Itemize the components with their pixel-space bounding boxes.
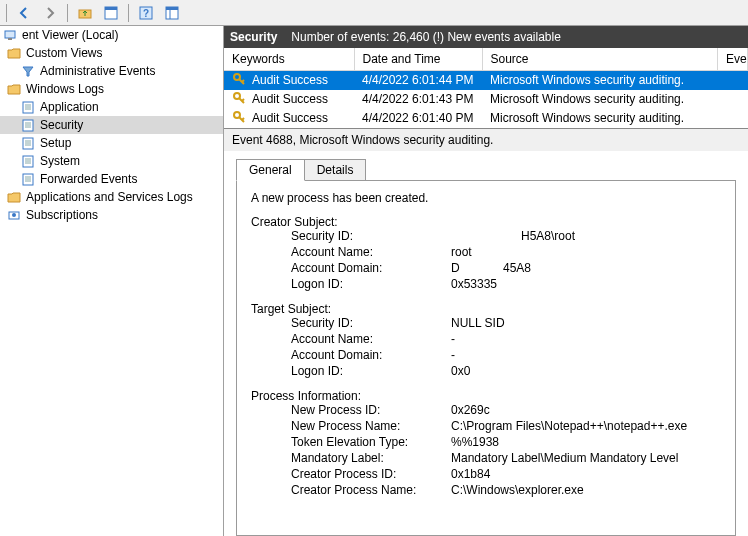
tab-details[interactable]: Details: [304, 159, 367, 181]
svg-line-37: [242, 99, 244, 101]
svg-rect-2: [105, 7, 117, 10]
log-icon: [20, 135, 36, 151]
forward-arrow-icon[interactable]: [39, 2, 61, 24]
scope-tree: ent Viewer (Local) Custom ViewsAdministr…: [0, 26, 224, 536]
row-datetime: 4/4/2022 6:01:43 PM: [354, 90, 482, 109]
target-domain-label: Account Domain:: [291, 348, 451, 363]
tree-item-administrative-events[interactable]: Administrative Events: [0, 62, 223, 80]
tree-item-label: Security: [40, 118, 83, 132]
row-eventid: [718, 90, 748, 109]
target-accountname-label: Account Name:: [291, 332, 451, 347]
col-datetime[interactable]: Date and Time: [354, 48, 482, 70]
creator-logonid-label: Logon ID:: [291, 277, 451, 292]
folder-icon: [6, 45, 22, 61]
help-icon[interactable]: ?: [135, 2, 157, 24]
event-row[interactable]: Audit Success4/4/2022 6:01:40 PMMicrosof…: [224, 109, 748, 128]
tree-item-applications-and-services-logs[interactable]: Applications and Services Logs: [0, 188, 223, 206]
target-subject-head: Target Subject:: [251, 302, 721, 316]
new-process-id-value: 0x269c: [451, 403, 721, 418]
row-source: Microsoft Windows security auditing.: [482, 70, 718, 90]
log-title: Security: [230, 30, 277, 44]
svg-rect-8: [5, 31, 15, 38]
row-datetime: 4/4/2022 6:01:40 PM: [354, 109, 482, 128]
tree-item-security[interactable]: Security: [0, 116, 223, 134]
target-logonid-value: 0x0: [451, 364, 721, 379]
col-eventid[interactable]: Eve: [718, 48, 748, 70]
svg-line-34: [242, 80, 244, 82]
row-keywords: Audit Success: [252, 91, 328, 105]
new-process-id-label: New Process ID:: [291, 403, 451, 418]
tree-item-label: Administrative Events: [40, 64, 155, 78]
creator-domain-value: D 45A8: [451, 261, 721, 276]
col-keywords[interactable]: Keywords: [224, 48, 354, 70]
process-info-head: Process Information:: [251, 389, 721, 403]
folder-icon: [6, 189, 22, 205]
svg-line-40: [242, 118, 244, 120]
row-keywords: Audit Success: [252, 72, 328, 86]
folder-up-icon[interactable]: [74, 2, 96, 24]
back-arrow-icon[interactable]: [13, 2, 35, 24]
creator-process-id-value: 0x1b84: [451, 467, 721, 482]
intro-line: A new process has been created.: [251, 191, 721, 205]
tree-item-label: Windows Logs: [26, 82, 104, 96]
svg-text:?: ?: [143, 8, 149, 19]
panes-icon[interactable]: [161, 2, 183, 24]
target-sid-label: Security ID:: [291, 316, 451, 331]
creator-subject-head: Creator Subject:: [251, 215, 721, 229]
key-icon: [232, 91, 246, 108]
tree-item-label: Applications and Services Logs: [26, 190, 193, 204]
filter-icon: [20, 63, 36, 79]
svg-point-31: [12, 213, 16, 217]
log-count-label: Number of events: 26,460 (!) New events …: [291, 30, 560, 44]
tree-item-label: Custom Views: [26, 46, 102, 60]
app-toolbar: ?: [0, 0, 748, 26]
tree-item-subscriptions[interactable]: Subscriptions: [0, 206, 223, 224]
tree-item-application[interactable]: Application: [0, 98, 223, 116]
tree-item-label: Application: [40, 100, 99, 114]
tab-general[interactable]: General: [236, 159, 305, 181]
token-elevation-label: Token Elevation Type:: [291, 435, 451, 450]
row-keywords: Audit Success: [252, 110, 328, 124]
new-process-name-value: C:\Program Files\Notepad++\notepad++.exe: [451, 419, 721, 434]
event-detail-body: A new process has been created. Creator …: [236, 180, 736, 537]
creator-domain-label: Account Domain:: [291, 261, 451, 276]
target-sid-value: NULL SID: [451, 316, 721, 331]
subs-icon: [6, 207, 22, 223]
creator-sid-value: H5A8\root: [451, 229, 721, 244]
tree-item-setup[interactable]: Setup: [0, 134, 223, 152]
log-icon: [20, 153, 36, 169]
tree-item-system[interactable]: System: [0, 152, 223, 170]
log-icon: [20, 117, 36, 133]
creator-logonid-value: 0x53335: [451, 277, 721, 292]
column-header-row: Keywords Date and Time Source Eve: [224, 48, 748, 70]
creator-accountname-label: Account Name:: [291, 245, 451, 260]
new-process-name-label: New Process Name:: [291, 419, 451, 434]
log-header-bar: Security Number of events: 26,460 (!) Ne…: [224, 26, 748, 48]
row-source: Microsoft Windows security auditing.: [482, 109, 718, 128]
row-eventid: [718, 109, 748, 128]
tree-item-label: Setup: [40, 136, 71, 150]
tree-item-label: Forwarded Events: [40, 172, 137, 186]
detail-tabs: General Details: [236, 159, 748, 181]
key-icon: [232, 72, 246, 89]
tree-item-label: System: [40, 154, 80, 168]
event-detail-header: Event 4688, Microsoft Windows security a…: [224, 129, 748, 151]
row-eventid: [718, 70, 748, 90]
properties-icon[interactable]: [100, 2, 122, 24]
creator-process-name-value: C:\Windows\explorer.exe: [451, 483, 721, 498]
tree-item-forwarded-events[interactable]: Forwarded Events: [0, 170, 223, 188]
tree-item-custom-views[interactable]: Custom Views: [0, 44, 223, 62]
computer-icon: [2, 27, 18, 43]
event-row[interactable]: Audit Success4/4/2022 6:01:44 PMMicrosof…: [224, 70, 748, 90]
target-accountname-value: -: [451, 332, 721, 347]
col-source[interactable]: Source: [482, 48, 718, 70]
mandatory-label-label: Mandatory Label:: [291, 451, 451, 466]
log-icon: [20, 171, 36, 187]
creator-process-id-label: Creator Process ID:: [291, 467, 451, 482]
tree-item-windows-logs[interactable]: Windows Logs: [0, 80, 223, 98]
row-datetime: 4/4/2022 6:01:44 PM: [354, 70, 482, 90]
key-icon: [232, 110, 246, 127]
event-row[interactable]: Audit Success4/4/2022 6:01:43 PMMicrosof…: [224, 90, 748, 109]
svg-rect-6: [166, 7, 178, 10]
tree-root[interactable]: ent Viewer (Local): [0, 26, 223, 44]
